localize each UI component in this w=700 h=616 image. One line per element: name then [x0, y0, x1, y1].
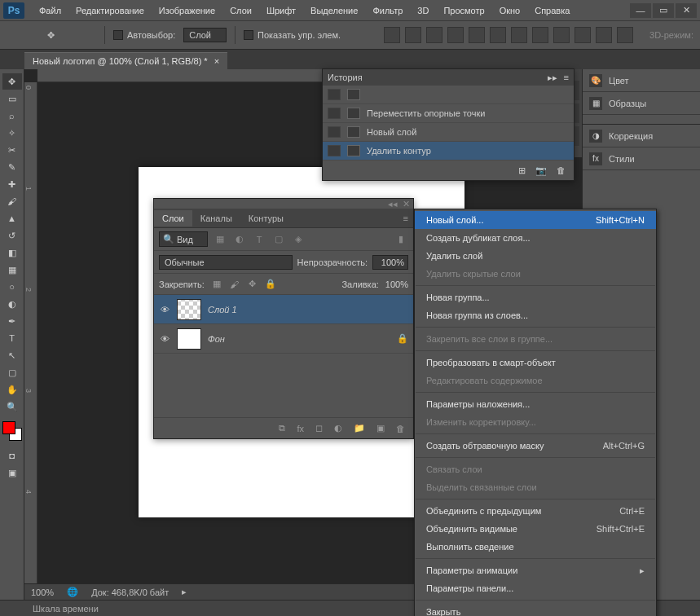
align-icon[interactable] [405, 27, 421, 43]
dodge-tool[interactable]: ◐ [2, 296, 22, 312]
menu-item[interactable]: Преобразовать в смарт-объект [415, 354, 656, 372]
tab-слои[interactable]: Слои [154, 210, 192, 227]
new-snapshot-icon[interactable]: ⊞ [518, 165, 526, 176]
menu-item[interactable]: Закрыть [415, 603, 656, 616]
menu-окно[interactable]: Окно [493, 2, 527, 19]
layer-row[interactable]: 👁Слой 1 [154, 295, 413, 324]
menu-item[interactable]: Параметры анимации▸ [415, 561, 656, 579]
menu-item[interactable]: Объединить видимыеShift+Ctrl+E [415, 520, 656, 538]
menu-просмотр[interactable]: Просмотр [437, 2, 491, 19]
layer-name[interactable]: Слой 1 [208, 305, 408, 315]
tab-каналы[interactable]: Каналы [192, 210, 240, 227]
mask-icon[interactable]: ◻ [315, 423, 323, 433]
align-icon[interactable] [553, 27, 570, 43]
adjustment-icon[interactable]: ◐ [334, 423, 342, 433]
align-icon[interactable] [511, 27, 527, 43]
pen-tool[interactable]: ✒ [2, 313, 22, 329]
maximize-button[interactable]: ▭ [653, 3, 674, 18]
align-icon[interactable] [426, 27, 442, 43]
quickmask-tool[interactable]: ◘ [2, 447, 22, 464]
move-tool[interactable]: ✥ [2, 73, 22, 90]
autoselect-checkbox[interactable]: Автовыбор: [113, 30, 175, 40]
type-tool[interactable]: T [2, 330, 22, 346]
stamp-tool[interactable]: ▲ [2, 210, 22, 227]
history-row[interactable]: Новый слой [323, 123, 574, 142]
screenmode-tool[interactable]: ▣ [2, 464, 22, 481]
menu-item[interactable]: Новый слой...Shift+Ctrl+N [415, 211, 656, 229]
lock-transparent-icon[interactable]: ▦ [211, 279, 222, 290]
layer-row[interactable]: 👁Фон🔒 [154, 324, 413, 354]
trash-icon[interactable]: 🗑 [396, 424, 405, 433]
healing-tool[interactable]: ✚ [2, 176, 22, 192]
fill-field[interactable]: 100% [385, 279, 408, 289]
lasso-tool[interactable]: ⌕ [2, 108, 22, 124]
lock-position-icon[interactable]: ✥ [247, 279, 258, 290]
flyout-icon[interactable]: ≡ [564, 73, 569, 82]
menu-item[interactable]: Параметры панели... [415, 579, 656, 597]
new-layer-icon[interactable]: ▣ [376, 423, 385, 433]
history-titlebar[interactable]: История ▸▸ ≡ [323, 69, 574, 86]
lock-pixels-icon[interactable]: 🖌 [229, 279, 240, 290]
filter-type-icon[interactable]: T [252, 232, 266, 247]
swatches-panel[interactable]: ▦ Образцы [583, 92, 700, 115]
hand-tool[interactable]: ✋ [2, 381, 22, 398]
menu-item[interactable]: Новая группа... [415, 288, 656, 306]
align-icon[interactable] [596, 27, 612, 43]
close-button[interactable]: ✕ [676, 3, 697, 18]
styles-panel[interactable]: fx Стили [583, 147, 700, 170]
zoom-tool[interactable]: 🔍 [2, 398, 22, 415]
autoselect-select[interactable]: Слой [183, 28, 227, 42]
path-select-tool[interactable]: ↖ [2, 347, 22, 363]
opacity-field[interactable]: 100% [372, 255, 408, 270]
shape-tool[interactable]: ▢ [2, 364, 22, 381]
filter-shape-icon[interactable]: ▢ [271, 232, 286, 247]
close-icon[interactable]: ✕ [403, 199, 410, 209]
foreground-swatch[interactable] [2, 421, 15, 434]
visibility-icon[interactable]: 👁 [159, 333, 170, 345]
link-icon[interactable]: ⧉ [279, 423, 285, 433]
flyout-icon[interactable]: ≡ [398, 213, 413, 223]
fx-icon[interactable]: fx [297, 424, 304, 433]
marquee-tool[interactable]: ▭ [2, 90, 22, 107]
filter-pixel-icon[interactable]: ▦ [213, 232, 227, 247]
minimize-button[interactable]: — [630, 3, 651, 18]
show-controls-checkbox[interactable]: Показать упр. элем. [244, 30, 341, 40]
menu-шрифт[interactable]: Шрифт [260, 2, 302, 19]
history-row[interactable]: Переместить опорные точки [323, 104, 574, 123]
collapse-icon[interactable]: ▸▸ [548, 73, 557, 83]
align-icon[interactable] [490, 27, 506, 43]
menu-item[interactable]: Объединить с предыдущимCtrl+E [415, 502, 656, 520]
align-icon[interactable] [532, 27, 548, 43]
adjustments-panel[interactable]: ◑ Коррекция [583, 125, 700, 147]
color-swatches[interactable] [2, 421, 22, 441]
menu-файл[interactable]: Файл [33, 2, 68, 19]
menu-item[interactable]: Удалить слой [415, 247, 656, 265]
blur-tool[interactable]: ○ [2, 279, 22, 295]
align-icon[interactable] [469, 27, 485, 43]
blend-mode-select[interactable]: Обычные [159, 255, 293, 270]
menu-item[interactable]: Параметры наложения... [415, 395, 656, 413]
visibility-icon[interactable]: 👁 [159, 304, 170, 315]
align-icon[interactable] [384, 27, 400, 43]
menu-фильтр[interactable]: Фильтр [366, 2, 409, 19]
menu-выделение[interactable]: Выделение [304, 2, 364, 19]
menu-item[interactable]: Создать обтравочную маскуAlt+Ctrl+G [415, 437, 656, 455]
timeline-label[interactable]: Шкала времени [33, 604, 99, 614]
eyedropper-tool[interactable]: ✎ [2, 159, 22, 175]
menu-3d[interactable]: 3D [411, 2, 435, 19]
document-tab[interactable]: Новый логотип @ 100% (Слой 1, RGB/8) * × [24, 52, 227, 69]
filter-toggle[interactable]: ▮ [394, 232, 408, 247]
align-icon[interactable] [447, 27, 464, 43]
folder-icon[interactable]: 📁 [354, 423, 365, 433]
magic-wand-tool[interactable]: ✧ [2, 125, 22, 141]
collapse-icon[interactable]: ◂◂ [388, 199, 398, 209]
menu-item[interactable]: Создать дубликат слоя... [415, 229, 656, 247]
close-icon[interactable]: × [214, 56, 219, 66]
history-brush-tool[interactable]: ↺ [2, 227, 22, 244]
crop-tool[interactable]: ✂ [2, 142, 22, 158]
eraser-tool[interactable]: ◧ [2, 244, 22, 261]
color-panel[interactable]: 🎨 Цвет [583, 69, 700, 92]
camera-icon[interactable]: 📷 [535, 165, 547, 176]
tab-контуры[interactable]: Контуры [240, 210, 292, 227]
gradient-tool[interactable]: ▦ [2, 262, 22, 278]
